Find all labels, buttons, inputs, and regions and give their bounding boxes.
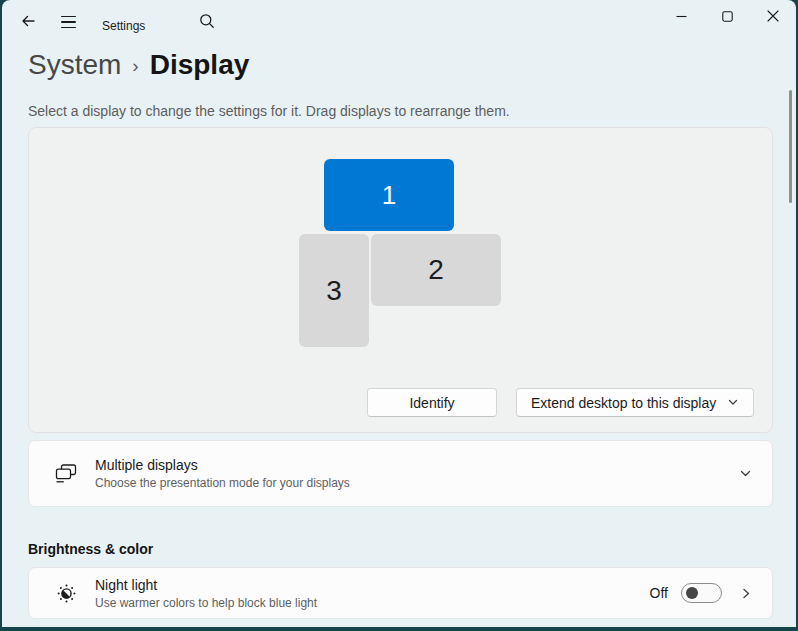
multiple-displays-icon [53,463,79,484]
identify-button[interactable]: Identify [367,388,497,417]
navigation-menu-button[interactable] [55,10,81,34]
page-description: Select a display to change the settings … [28,103,510,119]
page-title: Display [150,49,250,81]
back-arrow-icon [20,13,36,32]
search-icon [199,13,215,32]
search-button[interactable] [194,10,220,34]
vertical-scrollbar[interactable] [789,90,792,203]
multiple-displays-row[interactable]: Multiple displays Choose the presentatio… [28,440,773,507]
multiple-displays-subtitle: Choose the presentation mode for your di… [95,476,729,490]
breadcrumb-system[interactable]: System [28,49,121,81]
display-arrangement-card: 1 3 2 Identify Extend desktop to this di… [28,127,773,433]
breadcrumb: System › Display [28,46,249,84]
night-light-text: Night light Use warmer colors to help bl… [95,577,650,610]
night-light-row[interactable]: Night light Use warmer colors to help bl… [28,567,773,619]
chevron-down-icon [739,467,752,480]
back-button[interactable] [15,10,41,34]
caption-buttons [658,0,796,34]
night-light-toggle[interactable] [681,583,722,603]
chevron-right-icon [740,587,752,600]
monitor-2[interactable]: 2 [371,234,501,306]
maximize-button[interactable] [704,0,750,34]
section-header-brightness-color: Brightness & color [28,541,153,557]
app-title: Settings [102,19,145,33]
toggle-knob [686,587,698,599]
minimize-icon [676,10,687,25]
titlebar: Settings [2,0,796,44]
monitor-1[interactable]: 1 [324,159,454,231]
night-light-subtitle: Use warmer colors to help block blue lig… [95,596,650,610]
display-mode-dropdown-value: Extend desktop to this display [531,395,716,411]
close-button[interactable] [750,0,796,34]
breadcrumb-separator-icon: › [132,53,138,77]
night-light-icon [53,583,79,604]
toggle-state-label: Off [650,585,668,601]
multiple-displays-title: Multiple displays [95,457,729,473]
display-mode-dropdown[interactable]: Extend desktop to this display [516,388,754,417]
close-icon [767,10,779,25]
minimize-button[interactable] [658,0,704,34]
hamburger-icon [61,16,76,18]
maximize-icon [722,10,733,25]
monitor-3[interactable]: 3 [299,234,369,347]
multiple-displays-text: Multiple displays Choose the presentatio… [95,457,729,490]
night-light-title: Night light [95,577,650,593]
settings-window: Settings Syste [2,0,796,627]
chevron-down-icon [727,395,739,411]
